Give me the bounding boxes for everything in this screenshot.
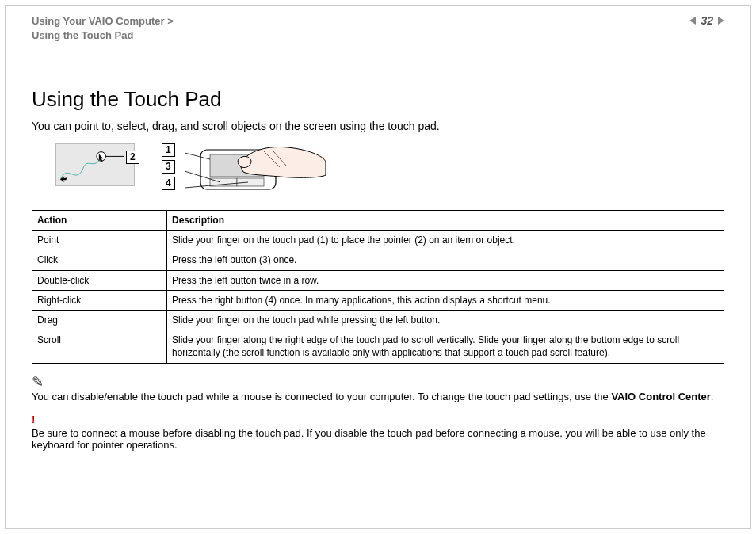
desc-cell: Press the right button (4) once. In many… — [167, 290, 724, 310]
svg-rect-5 — [237, 178, 264, 186]
note-warning-text: Be sure to connect a mouse before disabl… — [32, 427, 724, 451]
callout-4: 4 — [162, 177, 175, 190]
table-header-row: Action Description — [32, 211, 724, 231]
breadcrumb-line2: Using the Touch Pad — [32, 29, 174, 43]
table-header-action: Action — [32, 211, 167, 231]
callout-2: 2 — [126, 151, 139, 164]
action-cell: Scroll — [32, 330, 167, 363]
pointer-diagram: 2 — [55, 143, 135, 186]
action-cell: Drag — [32, 310, 167, 330]
callout-column: 1 3 4 — [162, 143, 175, 190]
table-row: Right-click Press the right button (4) o… — [32, 290, 724, 310]
note-tip-bold: VAIO Control Center — [611, 391, 710, 402]
breadcrumb: Using Your VAIO Computer > Using the Tou… — [32, 14, 174, 43]
note-warning: ! Be sure to connect a mouse before disa… — [32, 414, 724, 451]
table-row: Click Press the left button (3) once. — [32, 250, 724, 270]
page-number: 32 — [701, 14, 713, 27]
chevron-left-icon[interactable] — [689, 17, 696, 25]
page-content: Using the Touch Pad You can point to, se… — [32, 87, 724, 451]
action-cell: Double-click — [32, 270, 167, 290]
action-cell: Right-click — [32, 290, 167, 310]
pencil-icon: ✎ — [32, 374, 44, 390]
note-tip: ✎ You can disable/enable the touch pad w… — [32, 375, 724, 402]
note-tip-text: You can disable/enable the touch pad whi… — [32, 391, 724, 402]
callout-1: 1 — [162, 143, 175, 157]
desc-cell: Press the left button (3) once. — [167, 250, 724, 270]
breadcrumb-line1: Using Your VAIO Computer > — [32, 15, 174, 27]
action-cell: Point — [32, 231, 167, 250]
callout-3: 3 — [162, 160, 175, 174]
note-tip-part-a: You can disable/enable the touch pad whi… — [32, 391, 611, 402]
table-row: Double-click Press the left button twice… — [32, 270, 724, 290]
desc-cell: Slide your finger along the right edge o… — [167, 330, 724, 363]
page-header: Using Your VAIO Computer > Using the Tou… — [32, 14, 724, 43]
warning-icon: ! — [32, 414, 35, 425]
note-tip-part-b: . — [711, 391, 714, 402]
table-header-description: Description — [167, 211, 724, 231]
action-cell: Click — [32, 250, 167, 270]
diagram-row: 2 1 3 4 — [55, 143, 724, 199]
desc-cell: Slide your finger on the touch pad (1) t… — [167, 231, 724, 250]
chevron-right-icon[interactable] — [718, 17, 724, 25]
intro-text: You can point to, select, drag, and scro… — [32, 120, 724, 132]
table-row: Scroll Slide your finger along the right… — [32, 330, 724, 363]
page-title: Using the Touch Pad — [32, 87, 724, 112]
table-row: Point Slide your finger on the touch pad… — [32, 231, 724, 250]
touchpad-diagram — [185, 143, 327, 199]
table-row: Drag Slide your finger on the touch pad … — [32, 310, 724, 330]
desc-cell: Slide your finger on the touch pad while… — [167, 310, 724, 330]
actions-table: Action Description Point Slide your fing… — [32, 210, 724, 364]
pager: 32 — [689, 14, 724, 27]
desc-cell: Press the left button twice in a row. — [167, 270, 724, 290]
